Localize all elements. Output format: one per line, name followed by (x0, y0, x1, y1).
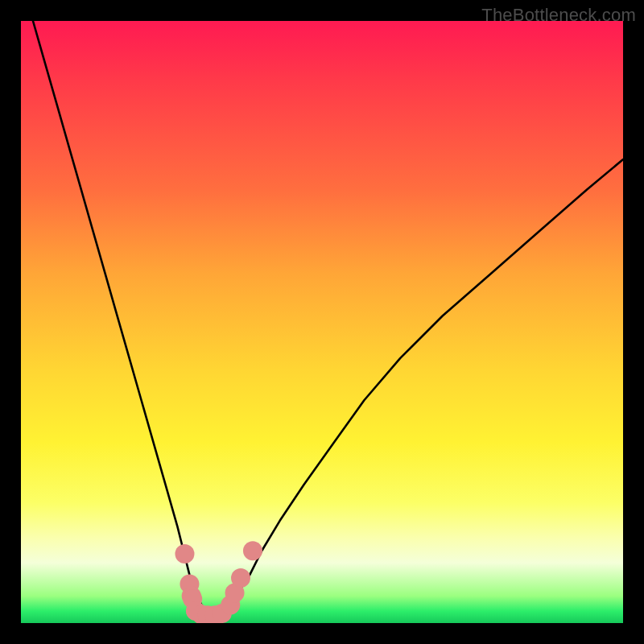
watermark-text: TheBottleneck.com (481, 5, 636, 26)
curve-line (33, 21, 623, 617)
data-point (175, 544, 194, 564)
data-point (243, 541, 262, 560)
chart-plot-area (21, 21, 623, 623)
bottleneck-curve (33, 21, 623, 617)
chart-svg (21, 21, 623, 623)
chart-frame: TheBottleneck.com (0, 0, 644, 644)
data-markers (175, 541, 262, 623)
data-point (231, 568, 250, 588)
